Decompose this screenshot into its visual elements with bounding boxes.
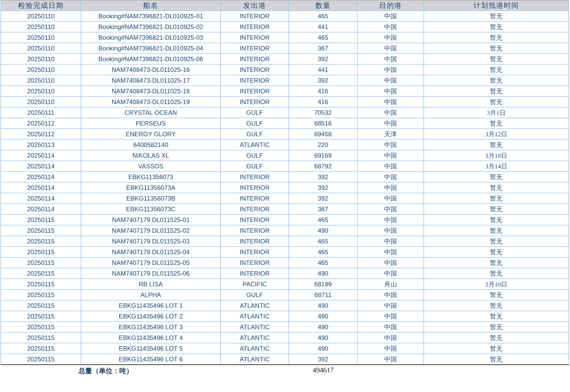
cell-vessel-name: Booking#NAM7396821-DL010925-06 [81, 54, 221, 64]
cell-quantity: 69458 [289, 129, 357, 139]
cell-destination-port: 中国 [357, 236, 424, 247]
cell-quantity: 465 [289, 11, 357, 21]
cell-quantity: 490 [289, 300, 357, 311]
cell-quantity: 69169 [289, 150, 357, 161]
table-row: 20250110Booking#NAM7396821-DL010925-01IN… [1, 11, 569, 21]
cell-planned-arrival: 3月14日 [424, 161, 569, 172]
cell-quantity: 490 [289, 268, 357, 279]
table-row: 20250112PERSEUSGULF68516中国暂无 [1, 118, 569, 129]
cell-origin-port: GULF [221, 161, 289, 172]
cell-origin-port: GULF [221, 150, 289, 161]
table-row: 20250115NAM7407179 DL011525-03INTERIOR46… [1, 236, 569, 247]
cell-origin-port: INTERIOR [221, 64, 289, 75]
table-row: 20250110Booking#NAM7396821-DL010925-04IN… [1, 43, 569, 54]
cell-inspection-date: 20250110 [1, 11, 81, 21]
cell-origin-port: INTERIOR [221, 214, 289, 225]
cell-vessel-name: EBKG11356073C [81, 204, 221, 214]
table-footer: 总量（单位：吨） 494617 [0, 365, 570, 392]
cell-destination-port: 中国 [357, 182, 424, 193]
table-row: 20250115NAM7407179 DL011525-04INTERIOR46… [1, 247, 569, 257]
table-row: 20250111CRYSTAL OCEANGULF70532中国3月1日 [1, 107, 569, 118]
cell-destination-port: 中国 [357, 289, 424, 300]
cell-quantity: 465 [289, 214, 357, 225]
cell-origin-port: ATLANTIC [221, 311, 289, 322]
cell-inspection-date: 20250110 [1, 96, 81, 107]
cell-inspection-date: 20250110 [1, 54, 81, 64]
cell-destination-port: 中国 [357, 247, 424, 257]
cell-planned-arrival: 暂无 [424, 182, 569, 193]
cell-planned-arrival: 暂无 [424, 354, 569, 365]
cell-origin-port: INTERIOR [221, 86, 289, 96]
cell-planned-arrival: 暂无 [424, 64, 569, 75]
cell-quantity: 465 [289, 236, 357, 247]
table-row: 20250114NIKOLAS XLGULF69169中国3月10日 [1, 150, 569, 161]
cell-destination-port: 中国 [357, 193, 424, 204]
cell-inspection-date: 20250111 [1, 107, 81, 118]
cell-destination-port: 中国 [357, 322, 424, 332]
cell-origin-port: INTERIOR [221, 204, 289, 214]
cell-inspection-date: 20250110 [1, 32, 81, 43]
cell-planned-arrival: 暂无 [424, 311, 569, 322]
cell-vessel-name: EBKG11435496 LOT 1 [81, 300, 221, 311]
table-row: 20250110NAM7408473-DL011025-18INTERIOR41… [1, 86, 569, 96]
cell-destination-port: 中国 [357, 32, 424, 43]
cell-destination-port: 中国 [357, 354, 424, 365]
cell-vessel-name: EBKG11356073B [81, 193, 221, 204]
cell-planned-arrival: 暂无 [424, 289, 569, 300]
cell-quantity: 490 [289, 332, 357, 343]
cell-inspection-date: 20250115 [1, 236, 81, 247]
table-row: 20250115EBKG11435496 LOT 1ATLANTIC490中国暂… [1, 300, 569, 311]
cell-vessel-name: EBKG11435496 LOT 3 [81, 322, 221, 332]
cell-destination-port: 中国 [357, 204, 424, 214]
cell-planned-arrival: 暂无 [424, 214, 569, 225]
cell-inspection-date: 20250115 [1, 322, 81, 332]
cell-quantity: 490 [289, 311, 357, 322]
cell-origin-port: ATLANTIC [221, 322, 289, 332]
cell-destination-port: 中国 [357, 161, 424, 172]
cell-planned-arrival: 暂无 [424, 236, 569, 247]
cell-origin-port: INTERIOR [221, 21, 289, 32]
cell-quantity: 392 [289, 54, 357, 64]
cell-vessel-name: RB LISA [81, 279, 221, 289]
cell-planned-arrival: 3月12日 [424, 129, 569, 139]
cell-planned-arrival: 暂无 [424, 257, 569, 268]
cell-origin-port: INTERIOR [221, 96, 289, 107]
table-row: 20250115ALPHAGULF68711中国暂无 [1, 289, 569, 300]
cell-planned-arrival: 暂无 [424, 247, 569, 257]
cell-vessel-name: EBKG11435496 LOT 6 [81, 354, 221, 365]
cell-quantity: 465 [289, 247, 357, 257]
cell-vessel-name: CRYSTAL OCEAN [81, 107, 221, 118]
cell-destination-port: 中国 [357, 225, 424, 236]
table-row: 20250114VASSOSGULF68792中国3月14日 [1, 161, 569, 172]
column-header-vessel-name: 船名 [81, 0, 221, 11]
cell-vessel-name: Booking#NAM7396821-DL010925-01 [81, 11, 221, 21]
table-row: 20250110NAM7408473-DL011025-17INTERIOR39… [1, 75, 569, 86]
cell-quantity: 367 [289, 204, 357, 214]
table-row: 20250115EBKG11435496 LOT 2ATLANTIC490中国暂… [1, 311, 569, 322]
cell-origin-port: INTERIOR [221, 247, 289, 257]
cell-planned-arrival: 暂无 [424, 268, 569, 279]
cell-destination-port: 中国 [357, 268, 424, 279]
cell-quantity: 392 [289, 75, 357, 86]
cell-vessel-name: NAM7407179 DL011525-04 [81, 247, 221, 257]
cell-origin-port: GULF [221, 129, 289, 139]
cell-quantity: 490 [289, 343, 357, 354]
cell-vessel-name: EBKG11435496 LOT 4 [81, 332, 221, 343]
cell-planned-arrival: 暂无 [424, 204, 569, 214]
cell-planned-arrival: 暂无 [424, 343, 569, 354]
cell-planned-arrival: 暂无 [424, 139, 569, 150]
cell-planned-arrival: 暂无 [424, 225, 569, 236]
table-row: 20250115EBKG11435496 LOT 6ATLANTIC392中国暂… [1, 354, 569, 365]
cell-destination-port: 中国 [357, 257, 424, 268]
cell-vessel-name: ALPHA [81, 289, 221, 300]
cell-origin-port: INTERIOR [221, 32, 289, 43]
cell-quantity: 465 [289, 32, 357, 43]
cell-inspection-date: 20250115 [1, 343, 81, 354]
cell-planned-arrival: 暂无 [424, 43, 569, 54]
table-row: 20250110Booking#NAM7396821-DL010925-03IN… [1, 32, 569, 43]
table-row: 20250115EBKG11435496 LOT 5ATLANTIC490中国暂… [1, 343, 569, 354]
cell-origin-port: GULF [221, 118, 289, 129]
cell-origin-port: INTERIOR [221, 11, 289, 21]
cell-destination-port: 中国 [357, 75, 424, 86]
cell-origin-port: ATLANTIC [221, 343, 289, 354]
